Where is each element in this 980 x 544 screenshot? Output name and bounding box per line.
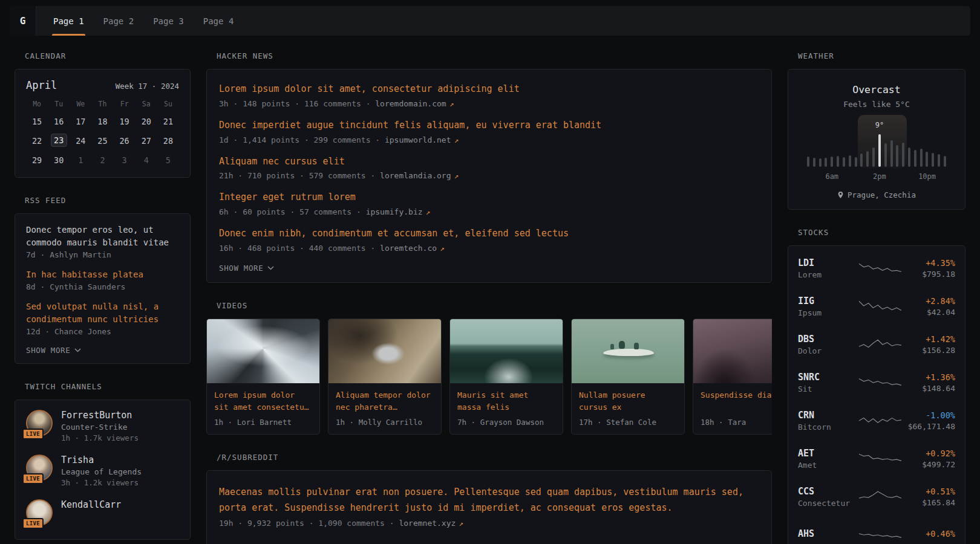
weather-card: Overcast Feels like 5°C 9° 6am2pm10pm Pr… bbox=[788, 69, 965, 210]
stock-row[interactable]: AET Amet +0.92% $499.72 bbox=[798, 439, 955, 478]
post-domain[interactable]: loremdomain.com bbox=[375, 99, 446, 108]
channel-info: Trisha League of Legends 3h · 1.2k viewe… bbox=[61, 455, 142, 487]
rss-item-title[interactable]: Sed volutpat nulla nisl, a condimentum n… bbox=[26, 300, 179, 326]
page-tab[interactable]: Page 4 bbox=[202, 6, 235, 36]
rss-item-meta: 8d · Cynthia Saunders bbox=[26, 282, 179, 291]
post-item: Donec enim nibh, condimentum et accumsan… bbox=[219, 227, 759, 253]
avatar-wrap: LIVE bbox=[26, 455, 53, 481]
calendar-day: 21 bbox=[160, 114, 176, 128]
post-domain[interactable]: loremnet.xyz bbox=[399, 519, 456, 528]
stock-ticker: CRN bbox=[798, 410, 858, 421]
twitch-channel[interactable]: LIVE ForrestBurton Counter-Strike 1h · 1… bbox=[26, 410, 179, 442]
video-thumbnail bbox=[207, 319, 319, 383]
stock-row[interactable]: CCS Consectetur +0.51% $165.84 bbox=[798, 478, 955, 516]
live-badge: LIVE bbox=[22, 429, 44, 439]
app-logo[interactable]: G bbox=[10, 6, 36, 36]
video-thumbnail bbox=[572, 319, 684, 383]
stock-left: SNRC Sit bbox=[798, 372, 858, 393]
twitch-channel[interactable]: LIVE KendallCarr bbox=[26, 499, 179, 526]
rss-item-title[interactable]: Donec tempor eros leo, ut commodo mauris… bbox=[26, 224, 179, 249]
post-title[interactable]: Maecenas mollis pulvinar erat non posuer… bbox=[219, 487, 743, 513]
stock-row[interactable]: DBS Dolor +1.42% $156.28 bbox=[798, 325, 955, 363]
post-meta: 1d · 1,414 points · 299 comments · ipsum… bbox=[219, 135, 759, 144]
post-title[interactable]: Integer eget rutrum lorem bbox=[219, 192, 356, 202]
post-title[interactable]: Lorem ipsum dolor sit amet, consectetur … bbox=[219, 83, 520, 94]
stock-right: +2.84% $42.04 bbox=[902, 296, 955, 317]
stock-price: $795.18 bbox=[902, 270, 955, 279]
calendar-day-name: We bbox=[76, 100, 85, 108]
show-more-label: SHOW MORE bbox=[26, 346, 70, 355]
rss-item-title[interactable]: In hac habitasse platea bbox=[26, 268, 179, 281]
post-meta: 21h · 710 points · 579 comments · loreml… bbox=[219, 171, 759, 180]
calendar-day: 28 bbox=[160, 134, 176, 147]
stock-row[interactable]: AHS +0.46% bbox=[798, 516, 955, 544]
stock-row[interactable]: CRN Bitcorn -1.00% $66,171.48 bbox=[798, 401, 955, 439]
rss-widget: RSS FEED Donec tempor eros leo, ut commo… bbox=[15, 196, 191, 364]
video-title: Aliquam tempor dolor nec pharetra… bbox=[336, 389, 434, 413]
post-domain[interactable]: loremlandia.org bbox=[380, 171, 451, 180]
stock-row[interactable]: SNRC Sit +1.36% $148.64 bbox=[798, 363, 955, 401]
stock-right: +0.51% $165.84 bbox=[902, 487, 955, 507]
stock-ticker: AET bbox=[798, 448, 858, 459]
calendar-day-name: Tu bbox=[54, 100, 63, 108]
stock-ticker: LDI bbox=[798, 257, 858, 268]
section-title-weather: WEATHER bbox=[788, 51, 965, 60]
page-tab[interactable]: Page 2 bbox=[102, 6, 136, 36]
page-tab[interactable]: Page 3 bbox=[152, 6, 185, 36]
rss-show-more-button[interactable]: SHOW MORE bbox=[26, 346, 81, 355]
post-meta-text: 21h · 710 points · 579 comments · bbox=[219, 171, 380, 180]
stock-price: $42.04 bbox=[902, 308, 955, 317]
rss-item: Sed volutpat nulla nisl, a condimentum n… bbox=[26, 300, 179, 336]
weather-location: Prague, Czechia bbox=[848, 190, 916, 199]
weather-condition: Overcast bbox=[800, 84, 953, 96]
post-domain[interactable]: loremtech.co bbox=[380, 244, 437, 253]
video-card[interactable]: Aliquam tempor dolor nec pharetra… 1h · … bbox=[328, 319, 442, 435]
video-body: Lorem ipsum dolor sit amet consectetu… 1… bbox=[207, 383, 319, 434]
stock-name: Bitcorn bbox=[798, 423, 858, 432]
post-title[interactable]: Aliquam nec cursus elit bbox=[219, 156, 345, 167]
post-meta-text: 1d · 1,414 points · 299 comments · bbox=[219, 135, 385, 144]
twitch-channel[interactable]: LIVE Trisha League of Legends 3h · 1.2k … bbox=[26, 455, 179, 487]
stock-name: Sit bbox=[798, 384, 858, 393]
weather-hour-label: 2pm bbox=[873, 172, 886, 181]
show-more-label: SHOW MORE bbox=[219, 264, 263, 273]
post-meta-text: 6h · 60 points · 57 comments · bbox=[219, 207, 366, 216]
weather-bar bbox=[825, 158, 827, 167]
weather-bar bbox=[860, 154, 863, 167]
dashboard-content: CALENDAR April Week 17 · 2024 MoTuWeThFr… bbox=[0, 36, 980, 544]
stock-row[interactable]: LDI Lorem +4.35% $795.18 bbox=[798, 249, 955, 287]
rss-item: In hac habitasse platea 8d · Cynthia Sau… bbox=[26, 268, 179, 291]
calendar-day: 24 bbox=[73, 134, 89, 147]
section-title-twitch: TWITCH CHANNELS bbox=[15, 382, 191, 391]
video-card[interactable]: Lorem ipsum dolor sit amet consectetu… 1… bbox=[206, 319, 320, 435]
video-meta: 7h · Grayson Dawson bbox=[457, 418, 555, 427]
post-title[interactable]: Donec imperdiet augue tincidunt felis al… bbox=[219, 120, 601, 131]
post-domain[interactable]: ipsumify.biz bbox=[366, 207, 423, 216]
post-domain[interactable]: ipsumworld.net bbox=[385, 135, 451, 144]
page-tab[interactable]: Page 1 bbox=[52, 6, 85, 36]
stock-row[interactable]: IIG Ipsum +2.84% $42.04 bbox=[798, 287, 955, 325]
weather-widget: WEATHER Overcast Feels like 5°C 9° 6am2p… bbox=[788, 51, 965, 210]
video-card[interactable]: Mauris sit amet massa felis 7h · Grayson… bbox=[449, 319, 563, 435]
stock-change: +0.92% bbox=[902, 448, 955, 458]
calendar-day: 20 bbox=[138, 114, 154, 128]
hn-show-more-button[interactable]: SHOW MORE bbox=[219, 264, 274, 273]
video-list[interactable]: Lorem ipsum dolor sit amet consectetu… 1… bbox=[206, 319, 772, 435]
stock-left: IIG Ipsum bbox=[798, 296, 858, 317]
calendar-day: 16 bbox=[51, 114, 67, 128]
calendar-day: 5 bbox=[160, 153, 176, 166]
stock-price: $156.28 bbox=[902, 346, 955, 355]
post-title[interactable]: Donec enim nibh, condimentum et accumsan… bbox=[219, 228, 569, 239]
stock-sparkline-chart bbox=[858, 527, 902, 543]
section-title-rss: RSS FEED bbox=[15, 196, 191, 205]
weather-bar bbox=[831, 157, 833, 167]
weather-bar bbox=[843, 157, 845, 167]
weather-bar bbox=[926, 152, 928, 167]
weather-feels-like: Feels like 5°C bbox=[800, 100, 953, 109]
stock-ticker: CCS bbox=[798, 486, 858, 497]
rss-item-meta: 7d · Ashlyn Martin bbox=[26, 250, 179, 259]
stock-change: +1.42% bbox=[902, 334, 955, 344]
video-card[interactable]: Suspendisse diam 18h · Tara bbox=[693, 319, 772, 435]
location-pin-icon bbox=[837, 191, 844, 199]
video-card[interactable]: Nullam posuere cursus ex 17h · Stefan Co… bbox=[571, 319, 685, 435]
